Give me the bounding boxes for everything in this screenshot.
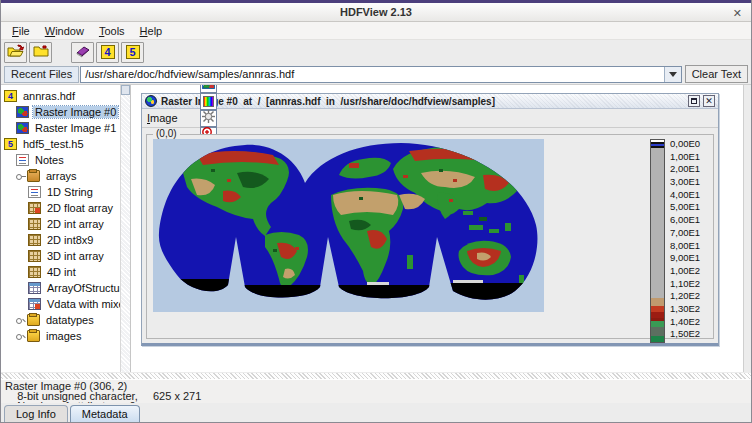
object-tree: 4annras.hdfRaster Image #0Raster Image #… (1, 85, 130, 344)
tree-item-arrayofstructures[interactable]: ArrayOfStructures (1, 280, 130, 296)
palette-tick-label: 2,00E1 (670, 164, 710, 174)
palette-tick-label: 5,00E1 (670, 202, 710, 212)
tab-metadata[interactable]: Metadata (70, 405, 140, 422)
tree-item-notes[interactable]: Notes (1, 152, 130, 168)
tree-scrollbar[interactable] (120, 85, 130, 372)
tree-item-label: 2D int8x9 (45, 234, 95, 246)
text-dataset-icon (28, 186, 41, 198)
frame-title-bar[interactable]: Raster Image #0 at / [annras.hdf in /usr… (142, 94, 718, 109)
tree-item-label: Vdata with mixed type (45, 298, 131, 310)
palette-tick-label: 1,10E2 (670, 279, 710, 289)
desktop-scrollbar[interactable] (743, 85, 751, 372)
hdf4-library-button[interactable]: 4 (96, 42, 119, 63)
menu-tools[interactable]: Tools (92, 23, 133, 39)
tree-item-label: Raster Image #0 (33, 106, 118, 118)
image-menu[interactable]: Image (147, 112, 178, 124)
palette-tick-label: 1,40E2 (670, 317, 710, 327)
window-close-icon[interactable]: ✕ (733, 7, 742, 19)
dataset-icon (28, 234, 41, 246)
histogram-icon (202, 85, 215, 93)
maximize-icon (691, 98, 697, 104)
tree-item-label: arrays (44, 170, 79, 182)
raster-image-icon (16, 122, 29, 134)
dataset-icon (28, 250, 41, 262)
menu-window[interactable]: Window (38, 23, 92, 39)
frame-maximize-button[interactable] (688, 95, 700, 107)
histogram-button[interactable] (200, 85, 217, 93)
image-toolbar: Image (142, 109, 718, 128)
tree-item-datatypes[interactable]: datatypes (1, 312, 130, 328)
brightness-button[interactable] (200, 110, 217, 127)
closed-folder-icon (33, 44, 49, 61)
frame-title: Raster Image #0 at / [annras.hdf in /usr… (161, 96, 685, 107)
tree-item-label: Raster Image #1 (33, 122, 118, 134)
close-file-button[interactable] (29, 42, 52, 63)
open-folder-icon (7, 44, 24, 61)
open-file-button[interactable] (4, 42, 27, 63)
palette-tick-label: 7,00E1 (670, 228, 710, 238)
palette-colorbar (650, 139, 665, 343)
tree-item-label: ArrayOfStructures (45, 282, 131, 294)
menu-help[interactable]: Help (133, 23, 171, 39)
expand-handle-icon[interactable] (16, 331, 26, 341)
pixel-coordinates-label: (0,0) (153, 128, 180, 139)
table-red-icon (28, 298, 41, 310)
tree-item-label: annras.hdf (21, 90, 77, 102)
text-dataset-icon (16, 154, 29, 166)
combo-dropdown-button[interactable] (664, 67, 681, 82)
chevron-down-icon (669, 72, 677, 77)
tree-scrollbar-button[interactable] (121, 85, 130, 95)
folder-closed-icon (27, 330, 40, 342)
palette-button[interactable] (200, 93, 217, 110)
tree-item-2d-float-array[interactable]: 2D float array (1, 200, 130, 216)
tab-log-info[interactable]: Log Info (4, 405, 68, 422)
window-title: HDFView 2.13 (340, 6, 412, 18)
brightness-icon (202, 109, 215, 127)
palette-tick-label: 6,00E1 (670, 215, 710, 225)
image-groupbox: (0,0) (146, 134, 714, 339)
file-path-combo[interactable]: /usr/share/doc/hdfview/samples/annras.hd… (80, 66, 682, 83)
tree-item-3d-int-array[interactable]: 3D int array (1, 248, 130, 264)
tree-item-1d-string[interactable]: 1D String (1, 184, 130, 200)
palette-tick-label: 1,50E2 (670, 329, 710, 339)
collapse-handle-icon[interactable] (16, 171, 26, 181)
tree-item-raster-image-0[interactable]: Raster Image #0 (1, 104, 130, 120)
tree-item-label: 1D String (45, 186, 95, 198)
tree-item-label: 2D float array (45, 202, 115, 214)
dataset-icon (28, 218, 41, 230)
raster-image-frame[interactable]: Raster Image #0 at / [annras.hdf in /usr… (141, 93, 719, 346)
menu-file[interactable]: File (5, 23, 38, 39)
folder-open-icon (27, 170, 40, 182)
bottom-tabs-bar: Log InfoMetadata (1, 403, 751, 422)
palette-tick-label: 1,30E2 (670, 304, 710, 314)
help-button[interactable] (71, 42, 94, 63)
tree-item-arrays[interactable]: arrays (1, 168, 130, 184)
tree-item-label: images (44, 330, 83, 342)
palette-tick-label: 1,00E2 (670, 266, 710, 276)
frame-close-button[interactable]: ✕ (703, 95, 715, 107)
tree-item-label: 2D int array (45, 218, 106, 230)
tree-item-4d-int[interactable]: 4D int (1, 264, 130, 280)
tree-item-2d-int8x9[interactable]: 2D int8x9 (1, 232, 130, 248)
tree-item-annras-hdf[interactable]: 4annras.hdf (1, 88, 130, 104)
dataset-icon (28, 266, 41, 278)
recent-files-bar: Recent Files /usr/share/doc/hdfview/samp… (1, 64, 751, 85)
palette-icon (203, 96, 214, 107)
palette-legend: 0,00E01,00E12,00E13,00E14,00E15,00E16,00… (650, 139, 710, 345)
hdf5-icon: 5 (126, 45, 140, 59)
tree-item-vdata-with-mixed-type[interactable]: Vdata with mixed type (1, 296, 130, 312)
tree-item-hdf5-test-h5[interactable]: 5hdf5_test.h5 (1, 136, 130, 152)
raster-map-image[interactable] (153, 139, 544, 312)
hdfview-window: HDFView 2.13 ✕ FileWindowToolsHelp 45 Re… (0, 0, 752, 423)
hdf5-library-button[interactable]: 5 (121, 42, 144, 63)
tree-item-label: datatypes (44, 314, 96, 326)
tree-item-label: 4D int (45, 266, 78, 278)
object-tree-panel: 4annras.hdfRaster Image #0Raster Image #… (1, 85, 131, 372)
title-bar[interactable]: HDFView 2.13 ✕ (1, 0, 751, 22)
tree-item-2d-int-array[interactable]: 2D int array (1, 216, 130, 232)
clear-text-button[interactable]: Clear Text (685, 65, 748, 83)
expand-handle-icon[interactable] (16, 315, 26, 325)
tree-item-images[interactable]: images (1, 328, 130, 344)
tree-item-raster-image-1[interactable]: Raster Image #1 (1, 120, 130, 136)
file-path-value[interactable]: /usr/share/doc/hdfview/samples/annras.hd… (81, 68, 664, 80)
